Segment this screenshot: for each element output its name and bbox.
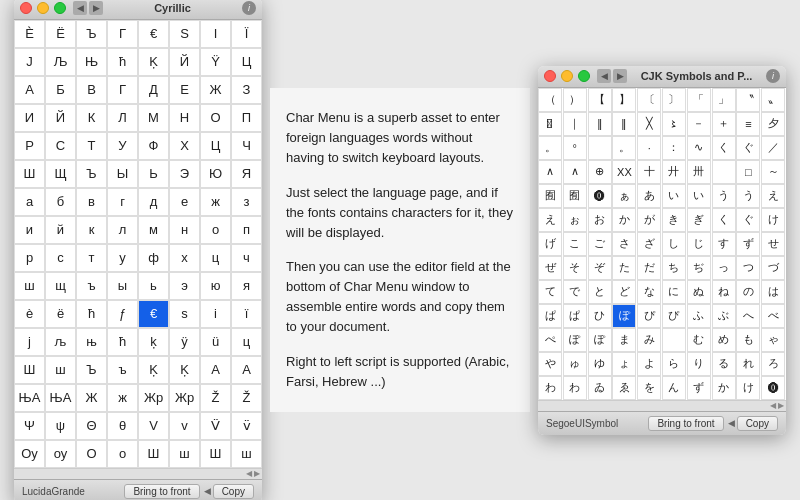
cjk-char-cell[interactable]: な	[637, 280, 661, 304]
cjk-char-cell[interactable]: ど	[612, 280, 636, 304]
forward-button-left[interactable]: ▶	[89, 1, 103, 15]
char-cell[interactable]: к	[76, 216, 107, 244]
char-cell[interactable]: Г	[107, 76, 138, 104]
cjk-char-cell[interactable]: ：	[662, 136, 686, 160]
char-cell[interactable]: оу	[45, 440, 76, 468]
cjk-char-cell[interactable]: の	[736, 280, 760, 304]
cjk-char-cell[interactable]: む	[687, 328, 711, 352]
char-cell[interactable]: О	[76, 440, 107, 468]
char-cell[interactable]: Жр	[138, 384, 169, 412]
cjk-char-cell[interactable]: り	[687, 352, 711, 376]
cjk-char-cell[interactable]: は	[761, 280, 785, 304]
cjk-char-cell[interactable]: じ	[687, 232, 711, 256]
cjk-char-cell[interactable]: ぴ	[637, 304, 661, 328]
char-cell[interactable]: ЊА	[45, 384, 76, 412]
char-cell[interactable]: ЊА	[14, 384, 45, 412]
cjk-char-cell[interactable]: ぉ	[563, 208, 587, 232]
cjk-char-cell[interactable]: 〻	[662, 112, 686, 136]
char-cell[interactable]: я	[231, 272, 262, 300]
cjk-char-cell[interactable]: ぽ	[612, 304, 636, 328]
cjk-char-cell[interactable]: ·	[637, 136, 661, 160]
char-cell[interactable]: с	[45, 244, 76, 272]
maximize-button-right[interactable]	[578, 70, 590, 82]
char-cell[interactable]: Ж	[76, 384, 107, 412]
cjk-char-cell[interactable]: ぱ	[563, 304, 587, 328]
cjk-char-cell[interactable]: 〕	[662, 88, 686, 112]
cjk-char-cell[interactable]: か	[612, 208, 636, 232]
char-cell[interactable]: ħ	[107, 48, 138, 76]
char-cell[interactable]: И	[14, 104, 45, 132]
char-cell[interactable]: у	[107, 244, 138, 272]
cjk-char-cell[interactable]: ご	[588, 232, 612, 256]
char-cell[interactable]: ъ	[107, 356, 138, 384]
scroll-left-arrow-right[interactable]: ◀	[770, 401, 776, 410]
cjk-char-cell[interactable]: 夕	[761, 112, 785, 136]
char-cell[interactable]: в	[76, 188, 107, 216]
scroll-right-arrow[interactable]: ▶	[254, 469, 260, 478]
cjk-char-cell[interactable]: よ	[637, 352, 661, 376]
cjk-char-cell[interactable]: え	[761, 184, 785, 208]
char-cell[interactable]: о	[200, 216, 231, 244]
char-cell[interactable]: ц	[200, 244, 231, 272]
cjk-char-cell[interactable]: ｜	[563, 112, 587, 136]
cjk-char-cell[interactable]: ╳	[637, 112, 661, 136]
char-cell[interactable]: Т	[76, 132, 107, 160]
char-cell[interactable]: ь	[138, 272, 169, 300]
cjk-char-cell[interactable]: ま	[612, 328, 636, 352]
copy-button-right[interactable]: Copy	[737, 416, 778, 431]
char-cell[interactable]: Жр	[169, 384, 200, 412]
char-cell[interactable]: г	[107, 188, 138, 216]
cjk-char-cell[interactable]: ぜ	[538, 256, 562, 280]
cjk-char-cell[interactable]: 〟	[761, 88, 785, 112]
back-button-right[interactable]: ◀	[597, 69, 611, 83]
char-cell[interactable]: и	[14, 216, 45, 244]
cjk-char-cell[interactable]: か	[712, 376, 736, 400]
char-cell[interactable]: Ш	[14, 356, 45, 384]
char-cell[interactable]: Н	[169, 104, 200, 132]
cjk-char-cell[interactable]: い	[662, 184, 686, 208]
char-cell[interactable]: н	[169, 216, 200, 244]
cjk-char-cell[interactable]: そ	[563, 256, 587, 280]
cjk-char-cell[interactable]: き	[662, 208, 686, 232]
char-cell[interactable]: П	[231, 104, 262, 132]
cjk-char-cell[interactable]: わ	[563, 376, 587, 400]
cjk-char-cell[interactable]: °	[563, 136, 587, 160]
char-cell[interactable]: У	[107, 132, 138, 160]
cjk-char-cell[interactable]: て	[538, 280, 562, 304]
cjk-char-cell[interactable]: 」	[712, 88, 736, 112]
back-button-left[interactable]: ◀	[73, 1, 87, 15]
char-cell[interactable]: т	[76, 244, 107, 272]
forward-button-right[interactable]: ▶	[613, 69, 627, 83]
char-cell[interactable]: ч	[231, 244, 262, 272]
char-cell[interactable]: ķ	[138, 328, 169, 356]
cjk-char-cell[interactable]: う	[712, 184, 736, 208]
cjk-char-cell[interactable]: ∧	[538, 160, 562, 184]
cjk-char-cell[interactable]: や	[538, 352, 562, 376]
cjk-char-cell[interactable]: け	[736, 376, 760, 400]
cjk-char-cell[interactable]: と	[588, 280, 612, 304]
cjk-char-cell[interactable]: ‖	[612, 112, 636, 136]
minimize-button-left[interactable]	[37, 2, 49, 14]
cjk-char-cell[interactable]: へ	[736, 304, 760, 328]
cjk-char-cell[interactable]: ぽ	[563, 328, 587, 352]
cjk-char-cell[interactable]: ぶ	[712, 304, 736, 328]
cjk-char-cell[interactable]: ぽ	[588, 328, 612, 352]
char-cell[interactable]: ж	[107, 384, 138, 412]
cjk-char-cell[interactable]: っ	[712, 256, 736, 280]
char-cell[interactable]: А	[231, 356, 262, 384]
cjk-char-cell[interactable]: う	[736, 184, 760, 208]
char-cell[interactable]: Ъ	[76, 160, 107, 188]
char-cell[interactable]: ë	[45, 300, 76, 328]
char-cell[interactable]: i	[200, 300, 231, 328]
close-button-right[interactable]	[544, 70, 556, 82]
char-cell[interactable]: θ	[107, 412, 138, 440]
cjk-char-cell[interactable]: わ	[538, 376, 562, 400]
char-cell[interactable]: Ÿ	[200, 48, 231, 76]
char-cell[interactable]: ц	[231, 328, 262, 356]
cjk-char-cell[interactable]: □	[736, 160, 760, 184]
cjk-char-cell[interactable]: え	[538, 208, 562, 232]
cjk-char-cell[interactable]: ぁ	[612, 184, 636, 208]
char-cell[interactable]: Ķ	[138, 356, 169, 384]
char-cell[interactable]: Л	[107, 104, 138, 132]
char-cell[interactable]: Љ	[45, 48, 76, 76]
